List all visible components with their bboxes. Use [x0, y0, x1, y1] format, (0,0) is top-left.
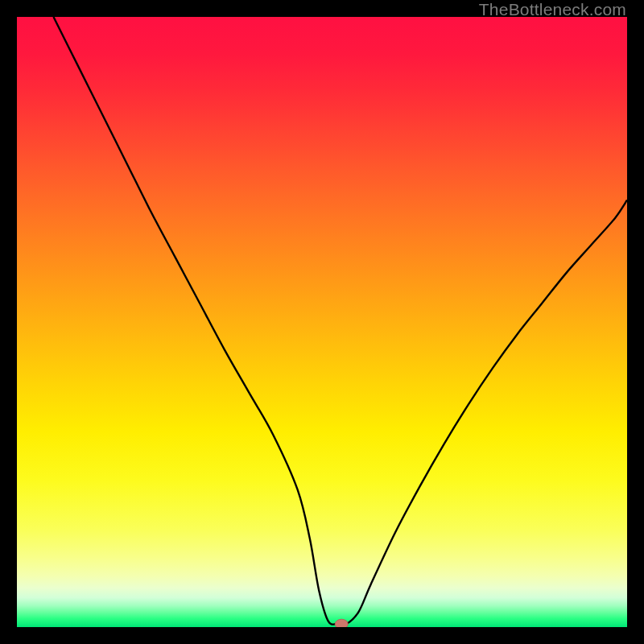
optimum-marker — [335, 619, 348, 627]
curve-layer — [17, 17, 627, 627]
watermark-text: TheBottleneck.com — [479, 0, 626, 19]
chart-stage: TheBottleneck.com — [0, 0, 644, 644]
plot-area — [17, 17, 627, 627]
bottleneck-curve — [53, 17, 627, 625]
